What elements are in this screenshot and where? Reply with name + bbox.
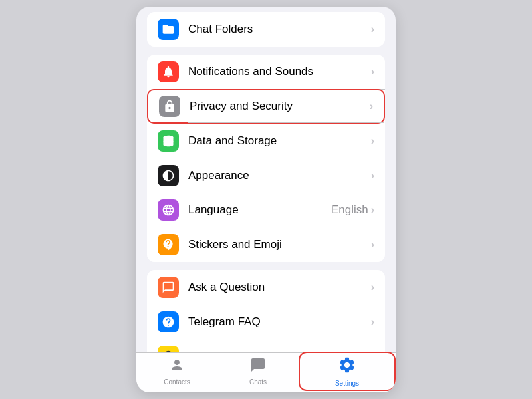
tab-bar: Contacts Chats Settings [136,352,396,392]
tab-settings[interactable]: Settings [299,352,396,391]
features-label: Telegram Features [188,350,371,352]
chat-folders-label: Chat Folders [188,23,371,36]
menu-item-ask[interactable]: Ask a Question › [147,270,385,305]
tab-chats[interactable]: Chats [217,357,299,386]
language-label: Language [188,203,331,217]
appearance-chevron: › [371,170,374,182]
section-main-settings: Notifications and Sounds › Privacy and S… [147,55,385,262]
faq-label: Telegram FAQ [188,315,371,329]
menu-item-features[interactable]: Telegram Features › [147,339,385,352]
ask-chevron: › [371,281,374,293]
data-chevron: › [371,135,374,147]
notifications-label: Notifications and Sounds [188,65,371,78]
menu-item-data[interactable]: Data and Storage › [147,124,385,158]
data-icon [158,130,179,152]
data-label: Data and Storage [188,134,371,148]
section-chat-folders: Chat Folders › [147,12,385,47]
menu-item-faq[interactable]: Telegram FAQ › [147,305,385,339]
chat-folders-chevron: › [371,23,374,35]
appearance-icon [158,165,179,186]
stickers-label: Stickers and Emoji [188,238,371,251]
phone-container: Chat Folders › Notifications and Sounds … [136,7,396,392]
stickers-chevron: › [371,239,374,251]
notifications-icon [158,61,179,82]
menu-item-chat-folders[interactable]: Chat Folders › [147,12,385,47]
chats-label: Chats [249,378,267,386]
settings-icon [338,356,356,378]
features-icon [158,346,179,352]
stickers-icon [158,234,179,255]
faq-icon [158,311,179,332]
settings-label: Settings [335,380,359,387]
section-help: Ask a Question › Telegram FAQ › Telegram… [147,270,385,352]
contacts-icon [169,357,185,377]
privacy-icon [159,96,180,117]
privacy-chevron: › [370,100,373,112]
features-chevron: › [371,350,374,352]
language-value: English [331,203,368,217]
menu-item-notifications[interactable]: Notifications and Sounds › [147,55,385,89]
privacy-label: Privacy and Security [190,100,370,113]
chats-icon [250,357,266,377]
language-chevron: › [371,204,374,216]
contacts-label: Contacts [164,378,190,386]
language-icon [158,200,179,221]
menu-item-appearance[interactable]: Appearance › [147,158,385,193]
tab-contacts[interactable]: Contacts [136,357,217,386]
faq-chevron: › [371,316,374,328]
ask-icon [158,277,179,298]
menu-item-privacy[interactable]: Privacy and Security › [147,89,385,124]
notifications-chevron: › [371,66,374,78]
ask-label: Ask a Question [188,281,371,294]
appearance-label: Appearance [188,169,371,182]
settings-content: Chat Folders › Notifications and Sounds … [136,7,396,352]
menu-item-stickers[interactable]: Stickers and Emoji › [147,227,385,262]
chat-folders-icon [158,19,179,40]
menu-item-language[interactable]: Language English › [147,193,385,227]
